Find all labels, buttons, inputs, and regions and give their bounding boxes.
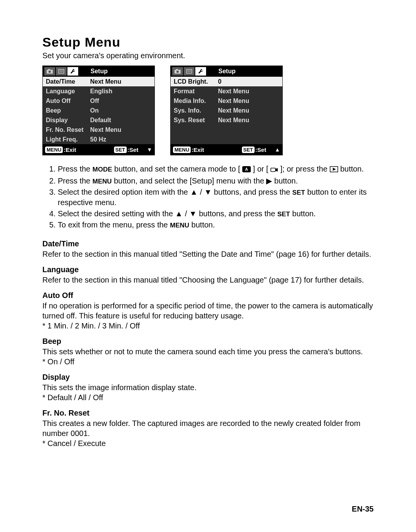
menu-row: Sys. ResetNext Menu <box>171 115 282 125</box>
svg-point-2 <box>49 71 51 73</box>
section: LanguageRefer to the section in this man… <box>42 265 374 285</box>
menu-row-value: Off <box>90 98 151 104</box>
page-subtitle: Set your camera's operating environment. <box>42 51 374 60</box>
page-title: Setup Menu <box>42 35 374 50</box>
menu-row: Media Info.Next Menu <box>171 96 282 106</box>
set-chip: SET <box>114 146 127 153</box>
list-tab-icon <box>184 67 195 76</box>
set-chip: SET <box>242 146 255 153</box>
menu-row-value: 0 <box>218 78 279 85</box>
step-3: Select the desired option item with the … <box>58 187 374 208</box>
section-body: This creates a new folder. The captured … <box>42 418 374 448</box>
menu-row: Fr. No. ResetNext Menu <box>43 125 154 135</box>
menu-chip: MENU <box>45 146 63 153</box>
menu-row: BeepOn <box>43 106 154 115</box>
wrench-tab-icon <box>195 67 206 76</box>
section-title: Fr. No. Reset <box>42 409 374 418</box>
section-title: Auto Off <box>42 291 374 300</box>
menu-chip: MENU <box>173 146 191 153</box>
menu-row-label: Fr. No. Reset <box>46 126 90 133</box>
section: Auto OffIf no operation is performed for… <box>42 291 374 331</box>
setup-screen-2: Setup LCD Bright.0FormatNext MenuMedia I… <box>170 66 283 155</box>
section-title: Beep <box>42 337 374 346</box>
menu-row-label: Sys. Info. <box>174 107 218 114</box>
camera-tab-icon <box>172 67 183 76</box>
section-title: Language <box>42 265 374 274</box>
section: BeepThis sets whether or not to mute the… <box>42 337 374 367</box>
set-label: :Set <box>127 146 138 153</box>
menu-row: FormatNext Menu <box>171 86 282 96</box>
menu-row: DisplayDefault <box>43 115 154 125</box>
set-label: :Set <box>255 146 266 153</box>
menu-row-label: LCD Bright. <box>174 78 218 85</box>
setup-screen-1: Setup Date/TimeNext MenuLanguageEnglishA… <box>42 66 155 155</box>
list-tab-icon <box>56 67 67 76</box>
menu-row-value: English <box>90 88 151 95</box>
screen2-header: Setup <box>207 68 282 75</box>
page-number: EN-35 <box>352 505 374 513</box>
section-body: Refer to the section in this manual titl… <box>42 249 374 259</box>
menu-row-label: Media Info. <box>174 98 218 104</box>
menu-row-label: Sys. Reset <box>174 117 218 124</box>
menu-row <box>171 125 282 135</box>
exit-label: :Exit <box>64 146 76 153</box>
section: DisplayThis sets the image information d… <box>42 373 374 402</box>
menu-row-label: Language <box>46 88 90 95</box>
auto-mode-icon: A <box>242 165 251 175</box>
section: Fr. No. ResetThis creates a new folder. … <box>42 409 374 448</box>
menu-row-label: Light Freq. <box>46 136 90 143</box>
menu-row-label: Display <box>46 117 90 124</box>
svg-marker-15 <box>275 168 278 172</box>
instruction-steps: Press the MODE button, and set the camer… <box>42 164 374 230</box>
menu-row-value: 50 Hz <box>90 136 151 143</box>
svg-text:A: A <box>245 167 248 172</box>
section-body: Refer to the section in this manual titl… <box>42 275 374 285</box>
menu-row-label: Format <box>174 88 218 95</box>
section-title: Date/Time <box>42 239 374 248</box>
screen1-header: Setup <box>79 68 154 75</box>
section: Date/TimeRefer to the section in this ma… <box>42 239 374 259</box>
step-2: Press the MENU button, and select the [S… <box>58 176 374 186</box>
step-5: To exit from the menu, press the MENU bu… <box>58 220 374 230</box>
menu-row <box>171 135 282 144</box>
menu-row: Date/TimeNext Menu <box>43 77 154 86</box>
menu-row-value: Next Menu <box>90 126 151 133</box>
menu-row-value: Next Menu <box>218 98 279 104</box>
svg-rect-1 <box>48 69 50 70</box>
section-title: Display <box>42 373 374 382</box>
menu-row: Sys. Info.Next Menu <box>171 106 282 115</box>
step-4: Select the desired setting with the ▲ / … <box>58 209 374 219</box>
section-body: This sets whether or not to mute the cam… <box>42 347 374 367</box>
svg-rect-14 <box>271 168 275 172</box>
step-1: Press the MODE button, and set the camer… <box>58 164 374 175</box>
section-body: If no operation is performed for a speci… <box>42 301 374 331</box>
menu-row: Auto OffOff <box>43 96 154 106</box>
svg-rect-9 <box>186 69 192 73</box>
video-mode-icon <box>270 165 278 175</box>
svg-marker-17 <box>333 168 336 171</box>
down-arrow-icon: ▼ <box>147 146 152 153</box>
menu-row-label: Date/Time <box>46 78 90 85</box>
up-arrow-icon: ▲ <box>275 146 280 153</box>
svg-rect-7 <box>176 69 178 70</box>
exit-label: :Exit <box>191 146 204 153</box>
camera-tab-icon <box>44 67 55 76</box>
menu-row: LCD Bright.0 <box>171 77 282 86</box>
wrench-tab-icon <box>67 67 78 76</box>
svg-rect-3 <box>59 69 64 73</box>
menu-row-label: Auto Off <box>46 98 90 104</box>
svg-point-8 <box>176 71 179 73</box>
menu-row: LanguageEnglish <box>43 86 154 96</box>
menu-row-value: Next Menu <box>218 88 279 95</box>
section-body: This sets the image information display … <box>42 382 374 402</box>
menu-row-value: Default <box>90 117 151 124</box>
menu-row-label: Beep <box>46 107 90 114</box>
menu-row: Light Freq.50 Hz <box>43 135 154 144</box>
menu-row-value: Next Menu <box>90 78 151 85</box>
play-mode-icon <box>330 165 338 175</box>
menu-row-value: Next Menu <box>218 107 279 114</box>
menu-row-value: Next Menu <box>218 117 279 124</box>
menu-row-value: On <box>90 107 151 114</box>
